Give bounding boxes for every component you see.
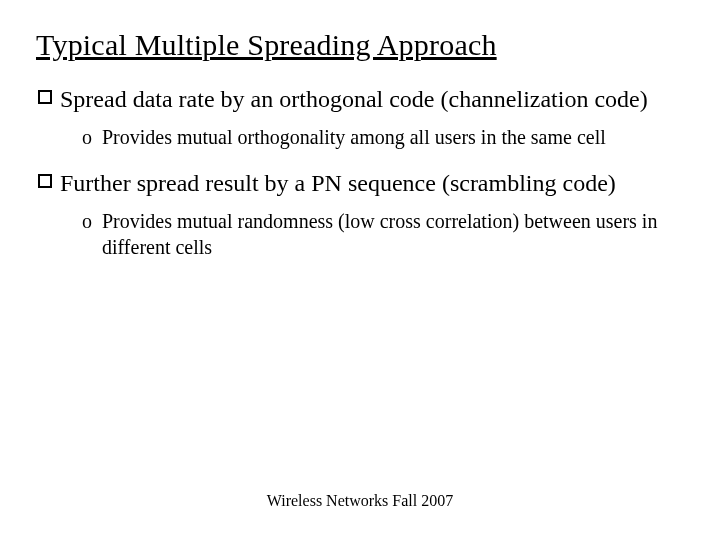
- slide-footer: Wireless Networks Fall 2007: [0, 492, 720, 510]
- bullet-level2: o Provides mutual orthogonality among al…: [82, 124, 684, 150]
- bullet-level2: o Provides mutual randomness (low cross …: [82, 208, 684, 260]
- sub-bullet-marker: o: [82, 208, 92, 234]
- bullet-level1: Further spread result by a PN sequence (…: [36, 168, 684, 198]
- sub-bullet-text: Provides mutual orthogonality among all …: [102, 124, 684, 150]
- bullet-text: Further spread result by a PN sequence (…: [60, 168, 684, 198]
- sub-bullet-text: Provides mutual randomness (low cross co…: [102, 208, 684, 260]
- square-bullet-icon: [38, 90, 52, 104]
- sub-bullet-marker: o: [82, 124, 92, 150]
- bullet-text: Spread data rate by an orthogonal code (…: [60, 84, 684, 114]
- slide-title: Typical Multiple Spreading Approach: [36, 28, 684, 62]
- bullet-level1: Spread data rate by an orthogonal code (…: [36, 84, 684, 114]
- square-bullet-icon: [38, 174, 52, 188]
